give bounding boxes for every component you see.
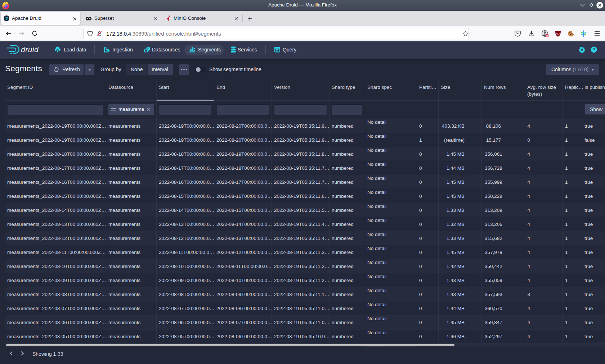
svg-text:uO: uO <box>556 32 560 35</box>
svg-text:?: ? <box>592 47 595 52</box>
